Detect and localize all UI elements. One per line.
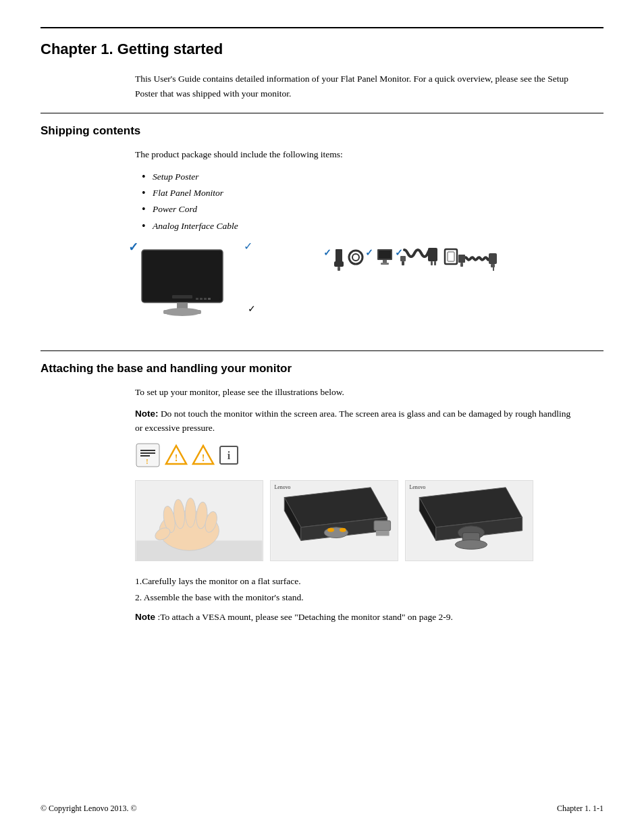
attach-intro: To set up your monitor, please see the i…: [135, 385, 576, 400]
note-label: Note:: [135, 409, 159, 419]
monitor-illustration: ✓: [135, 246, 240, 323]
info-icon: i: [219, 445, 239, 465]
svg-point-72: [455, 540, 487, 549]
svg-rect-14: [338, 267, 340, 271]
shipping-content-block: The product package should include the f…: [135, 147, 576, 323]
caution-icon: !: [135, 442, 161, 468]
cables-illustration: ✓ ✓ ✓: [323, 246, 499, 304]
list-item: Analog Interface Cable: [142, 218, 576, 234]
warning-triangle-icon-2: !: [192, 444, 215, 467]
svg-text:Lenovo: Lenovo: [275, 484, 291, 490]
svg-rect-28: [445, 249, 457, 264]
svg-rect-63: [374, 521, 391, 531]
svg-point-61: [327, 528, 334, 532]
svg-rect-19: [379, 251, 391, 259]
attach-note2: Note :To attach a VESA mount, please see…: [135, 610, 576, 625]
section-divider-1: [41, 113, 603, 113]
intro-text: This User's Guide contains detailed info…: [135, 72, 576, 101]
svg-rect-7: [208, 298, 211, 300]
svg-rect-24: [431, 261, 433, 265]
svg-rect-29: [448, 252, 454, 261]
attach-content-block: To set up your monitor, please see the i…: [135, 385, 576, 625]
svg-rect-4: [196, 298, 198, 300]
list-item: Setup Poster: [142, 169, 576, 185]
svg-rect-2: [144, 253, 220, 300]
top-divider: [41, 27, 603, 28]
svg-text:✓: ✓: [365, 248, 373, 258]
note-body: Do not touch the monitor within the scre…: [135, 409, 570, 434]
note2-label: Note: [135, 612, 155, 622]
svg-rect-5: [200, 298, 203, 300]
svg-text:Lenovo: Lenovo: [410, 484, 426, 490]
chapter-title: Chapter 1. Getting started: [41, 41, 603, 58]
monitor-svg: [135, 246, 230, 321]
svg-rect-64: [376, 531, 390, 536]
svg-text:!: !: [146, 458, 148, 465]
shipping-items-list: Setup Poster Flat Panel Monitor Power Co…: [142, 169, 576, 234]
svg-rect-25: [434, 261, 436, 265]
svg-text:i: i: [227, 450, 231, 461]
svg-point-15: [349, 251, 363, 264]
svg-point-51: [185, 498, 196, 527]
list-item: Flat Panel Monitor: [142, 185, 576, 201]
intro-block: This User's Guide contains detailed info…: [135, 72, 576, 101]
note2-body: :To attach a VESA mount, please see "Det…: [157, 612, 453, 622]
checkmark-icon: ✓: [128, 240, 138, 255]
svg-rect-23: [428, 248, 437, 261]
svg-rect-31: [460, 263, 463, 267]
svg-rect-10: [163, 310, 201, 314]
accessories-illustration: ✓ ✓: [248, 246, 315, 315]
svg-point-62: [340, 528, 346, 532]
svg-rect-3: [172, 295, 192, 298]
warning-icons-row: ! ! ! i: [135, 442, 576, 468]
page-footer: © Copyright Lenovo 2013. © Chapter 1. 1-…: [41, 804, 603, 814]
attach-note: Note: Do not touch the monitor within th…: [135, 407, 576, 436]
svg-rect-12: [336, 249, 342, 263]
section-divider-2: [41, 350, 603, 351]
cables-svg: ✓ ✓ ✓: [323, 246, 499, 304]
shipping-section-title: Shipping contents: [41, 124, 603, 138]
setup-step3-svg: Lenovo: [405, 480, 533, 561]
attach-section-title: Attaching the base and handling your mon…: [41, 362, 603, 375]
footer-copyright: © Copyright Lenovo 2013. ©: [41, 804, 137, 814]
svg-rect-27: [402, 261, 404, 265]
setup-step1-svg: [135, 480, 263, 561]
setup-illustrations-row: Lenovo Lenovo: [135, 480, 576, 561]
svg-point-16: [352, 254, 359, 261]
setup-step2-svg: Lenovo: [270, 480, 398, 561]
list-item: Power Cord: [142, 201, 576, 217]
shipping-illustration: ✓: [135, 246, 576, 323]
svg-rect-26: [400, 256, 406, 261]
svg-text:✓: ✓: [323, 248, 331, 258]
svg-text:!: !: [175, 453, 178, 463]
svg-rect-32: [489, 253, 497, 264]
svg-rect-6: [204, 298, 207, 300]
footer-chapter-ref: Chapter 1. 1-1: [557, 804, 603, 814]
step2-text: 2. Assemble the base with the monitor's …: [135, 590, 576, 606]
shipping-intro: The product package should include the f…: [135, 147, 576, 162]
svg-rect-20: [383, 260, 387, 263]
warning-triangle-icon-1: !: [165, 444, 188, 467]
svg-rect-30: [458, 255, 465, 263]
accessories-svg: [248, 246, 308, 301]
step1-text: 1.Carefully lays the monitor on a flat s…: [135, 573, 576, 590]
svg-rect-21: [381, 263, 389, 265]
svg-rect-13: [334, 261, 344, 267]
svg-rect-33: [491, 264, 495, 267]
svg-text:!: !: [202, 453, 205, 463]
page: Chapter 1. Getting started This User's G…: [0, 0, 644, 834]
